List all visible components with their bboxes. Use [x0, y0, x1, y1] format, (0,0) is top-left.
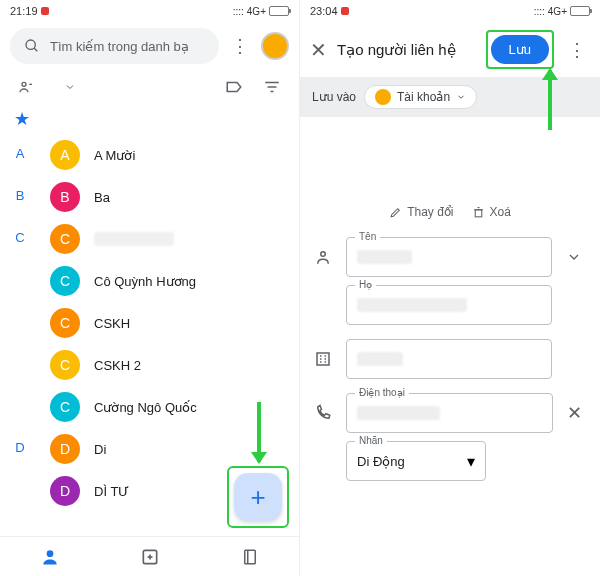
- field-value-redacted: [357, 298, 467, 312]
- annotation-arrow-up: [548, 70, 552, 130]
- favorites-section[interactable]: ★: [0, 104, 299, 134]
- svg-rect-12: [475, 209, 482, 216]
- field-label: Điện thoại: [355, 387, 409, 398]
- close-icon[interactable]: ✕: [310, 38, 327, 62]
- battery-icon: [269, 6, 289, 16]
- contact-name: Ba: [94, 190, 110, 205]
- save-highlight-box: Lưu: [486, 30, 554, 69]
- contact-photo-area: [300, 117, 600, 197]
- company-icon: [314, 350, 336, 368]
- index-letter: C: [14, 230, 26, 245]
- change-photo-button[interactable]: Thay đổi: [389, 205, 453, 219]
- search-icon: [24, 38, 40, 54]
- svg-point-0: [26, 40, 35, 49]
- network-label: 4G+: [548, 6, 567, 17]
- pencil-icon: [389, 206, 402, 219]
- contact-avatar: C: [50, 350, 80, 380]
- phone-field[interactable]: Điện thoại: [346, 393, 553, 433]
- annotation-arrow-down: [257, 402, 261, 462]
- account-selector[interactable]: Tài khoản: [364, 85, 477, 109]
- nav-contacts-icon[interactable]: [40, 547, 60, 567]
- add-contact-fab[interactable]: +: [234, 473, 282, 521]
- contact-avatar: A: [50, 140, 80, 170]
- account-avatar-icon: [375, 89, 391, 105]
- search-input[interactable]: Tìm kiếm trong danh bạ: [10, 28, 219, 64]
- battery-icon: [570, 6, 590, 16]
- svg-point-15: [321, 252, 326, 257]
- svg-line-1: [34, 48, 37, 51]
- signal-icon: ::::: [233, 6, 244, 17]
- save-into-label: Lưu vào: [312, 90, 356, 104]
- person-icon: [314, 248, 336, 266]
- contact-avatar: C: [50, 266, 80, 296]
- contact-avatar: D: [50, 434, 80, 464]
- chevron-down-icon[interactable]: [64, 81, 76, 93]
- contact-name: CSKH: [94, 316, 130, 331]
- contact-avatar: C: [50, 224, 80, 254]
- phone-label-field[interactable]: Nhãn Di Động ▾: [346, 441, 486, 481]
- contact-name: Cường Ngô Quốc: [94, 400, 197, 415]
- contact-avatar: C: [50, 392, 80, 422]
- chevron-down-icon: [456, 92, 466, 102]
- page-title: Tạo người liên hệ: [337, 41, 476, 59]
- phone-label-value: Di Động: [357, 454, 405, 469]
- nav-fix-icon[interactable]: [140, 547, 160, 567]
- phone-icon: [314, 404, 336, 422]
- profile-avatar[interactable]: [261, 32, 289, 60]
- field-value-redacted: [357, 406, 440, 420]
- save-into-bar: Lưu vào Tài khoản: [300, 77, 600, 117]
- contact-avatar: B: [50, 182, 80, 212]
- contact-name: Di: [94, 442, 106, 457]
- contact-avatar: C: [50, 308, 80, 338]
- person-filter-icon[interactable]: [18, 79, 34, 95]
- index-letter: B: [14, 188, 26, 203]
- nav-organize-icon[interactable]: [241, 548, 259, 566]
- svg-point-6: [47, 550, 54, 557]
- create-contact-screen: 23:04 :::: 4G+ ✕ Tạo người liên hệ Lưu ⋮…: [300, 0, 600, 576]
- svg-rect-10: [245, 550, 256, 564]
- index-letter: D: [14, 440, 26, 455]
- signal-icon: ::::: [534, 6, 545, 17]
- contact-row[interactable]: C Cô Quỳnh Hương: [44, 260, 299, 302]
- filter-row: [0, 70, 299, 104]
- save-button[interactable]: Lưu: [491, 35, 549, 64]
- contact-section-a: A A A Mười: [0, 134, 299, 176]
- contact-name-redacted: [94, 232, 174, 246]
- contact-row[interactable]: C CSKH: [44, 302, 299, 344]
- svg-point-2: [22, 82, 26, 86]
- contact-avatar: D: [50, 476, 80, 506]
- filter-icon[interactable]: [263, 78, 281, 96]
- label-icon[interactable]: [225, 78, 243, 96]
- photo-actions: Thay đổi Xoá: [300, 197, 600, 233]
- search-placeholder: Tìm kiếm trong danh bạ: [50, 39, 189, 54]
- more-menu-icon[interactable]: ⋮: [227, 35, 253, 57]
- contact-row[interactable]: A A Mười: [44, 134, 299, 176]
- svg-rect-16: [317, 353, 329, 365]
- phone-row: Điện thoại ✕: [300, 389, 600, 437]
- contact-name: CSKH 2: [94, 358, 141, 373]
- dropdown-icon: ▾: [467, 452, 475, 471]
- expand-name-icon[interactable]: [562, 249, 586, 265]
- delete-photo-button[interactable]: Xoá: [472, 205, 511, 219]
- contact-row[interactable]: C CSKH 2: [44, 344, 299, 386]
- company-field[interactable]: [346, 339, 552, 379]
- status-time: 21:19: [10, 5, 38, 17]
- status-bar: 23:04 :::: 4G+: [300, 0, 600, 22]
- name-row: Tên: [300, 233, 600, 281]
- contact-name: Cô Quỳnh Hương: [94, 274, 196, 289]
- field-value-redacted: [357, 352, 403, 366]
- status-time: 23:04: [310, 5, 338, 17]
- contact-row[interactable]: C: [44, 218, 299, 260]
- contact-row[interactable]: B Ba: [44, 176, 299, 218]
- field-label: Nhãn: [355, 435, 387, 446]
- clear-phone-icon[interactable]: ✕: [563, 402, 586, 424]
- more-menu-icon[interactable]: ⋮: [564, 39, 590, 61]
- contact-name: DÌ TƯ: [94, 484, 129, 499]
- firstname-field[interactable]: Tên: [346, 237, 552, 277]
- account-label: Tài khoản: [397, 90, 450, 104]
- field-label: Họ: [355, 279, 376, 290]
- notification-icon: [341, 7, 349, 15]
- lastname-field[interactable]: Họ: [346, 285, 552, 325]
- contacts-list-screen: 21:19 :::: 4G+ Tìm kiếm trong danh bạ ⋮: [0, 0, 300, 576]
- search-row: Tìm kiếm trong danh bạ ⋮: [0, 22, 299, 70]
